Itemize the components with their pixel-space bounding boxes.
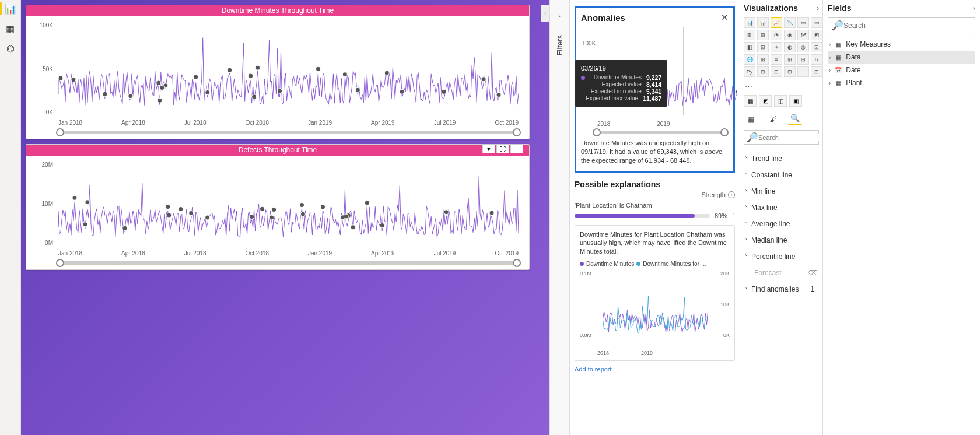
chevron-right-icon[interactable]: › xyxy=(817,4,819,12)
analytics-prop[interactable]: ˅Min line xyxy=(744,183,819,199)
svg-point-33 xyxy=(365,201,369,205)
viz-type-icon[interactable]: R xyxy=(811,54,822,65)
anomalies-plot[interactable]: 100K 03/26/19 Downtime Minutes9,227 Expe… xyxy=(581,25,729,118)
mini-plot: 0.1M0.0M 20K10K0K xyxy=(580,268,730,350)
viz-type-icon[interactable]: ◐ xyxy=(784,42,796,52)
viz-type-icon[interactable]: ⊟ xyxy=(757,30,769,40)
focus-icon[interactable]: ⛶ xyxy=(496,144,509,153)
chart-title: Defects Throughout Time xyxy=(26,145,529,156)
viz-type-icon[interactable]: Py xyxy=(744,66,755,77)
nav-model-icon[interactable]: ⌬ xyxy=(5,43,16,54)
analytics-prop-forecast: Forecast⌫ xyxy=(744,265,819,281)
viz-type-icon[interactable]: 📊 xyxy=(744,17,755,28)
viz-type-icon[interactable]: 🌐 xyxy=(744,54,755,65)
search-icon: 🔎 xyxy=(747,132,758,143)
svg-point-37 xyxy=(178,207,183,212)
viz-type-icon[interactable]: ⌯ xyxy=(797,66,809,77)
field-table[interactable]: ›▦Key Measures xyxy=(828,38,975,51)
analytics-prop-list: ˅Trend line˅Constant line˅Min line˅Max l… xyxy=(744,150,819,297)
viz-type-icon[interactable]: ◍ xyxy=(797,42,809,52)
analytics-prop[interactable]: ˅Percentile line xyxy=(744,248,819,265)
svg-point-44 xyxy=(167,213,172,218)
field-table[interactable]: ›▦Data xyxy=(828,51,975,64)
search-icon: 🔎 xyxy=(832,20,844,31)
viz-type-icon[interactable]: ◩ xyxy=(811,30,822,40)
analytics-prop[interactable]: ˅Constant line xyxy=(744,167,819,183)
svg-point-19 xyxy=(128,94,133,99)
viz-search[interactable]: 🔎 xyxy=(744,130,819,145)
time-slider[interactable] xyxy=(58,261,519,265)
field-table[interactable]: ›📅Date xyxy=(828,64,975,76)
fields-search[interactable]: 🔎 xyxy=(828,17,975,33)
add-to-report-link[interactable]: Add to report xyxy=(575,366,735,373)
anomalies-slider[interactable] xyxy=(595,131,726,134)
viz-type-icon[interactable]: ◉ xyxy=(784,30,796,40)
fields-search-input[interactable] xyxy=(844,22,971,30)
analytics-prop[interactable]: ˅Average line xyxy=(744,216,819,232)
svg-point-5 xyxy=(228,68,232,72)
collapse-filters-icon[interactable]: ‹ xyxy=(541,5,550,22)
viz-type-icon[interactable]: ⊡ xyxy=(757,42,769,52)
viz-type-icon[interactable]: 📉 xyxy=(784,17,796,28)
chart-plot xyxy=(58,23,519,114)
viz-type-icon[interactable]: ⌖ xyxy=(771,42,782,52)
svg-point-9 xyxy=(256,65,260,70)
viz-type-icon[interactable]: ⊡ xyxy=(784,66,796,77)
more-visuals-icon[interactable]: ⋯ xyxy=(745,82,819,90)
viz-type-icon[interactable]: ▭ xyxy=(797,17,809,28)
chevron-up-icon[interactable]: ˄ xyxy=(732,212,735,219)
viz-type-icon[interactable]: ⊞ xyxy=(797,54,809,65)
analytics-prop[interactable]: ˅Median line xyxy=(744,232,819,248)
chevron-right-icon[interactable]: › xyxy=(973,4,975,12)
field-table[interactable]: ›▦Plant xyxy=(828,76,975,89)
viz-type-icon[interactable]: ⊞ xyxy=(784,54,796,65)
analytics-prop[interactable]: ˅Trend line xyxy=(744,150,819,167)
svg-point-43 xyxy=(320,205,325,209)
viz-type-icon[interactable]: 🗺 xyxy=(797,30,809,40)
viz-type-icon[interactable]: ⊡ xyxy=(771,66,782,77)
svg-point-1 xyxy=(355,87,360,92)
svg-point-41 xyxy=(189,211,194,216)
close-icon[interactable]: ✕ xyxy=(721,12,729,23)
more-icon[interactable]: ⋯ xyxy=(510,144,523,153)
value-icon[interactable]: ▣ xyxy=(789,95,802,107)
explanation-text: Downtime Minutes for Plant Location Chat… xyxy=(580,230,730,257)
fields-tab-icon[interactable]: ▦ xyxy=(744,113,758,125)
viz-type-icon[interactable]: ≡ xyxy=(771,54,782,65)
viz-type-icon[interactable]: ⊡ xyxy=(811,66,822,77)
svg-point-34 xyxy=(270,215,274,220)
chart-card-defects[interactable]: ▼ ⛶ ⋯ Defects Throughout Time 20M10M0M J… xyxy=(26,144,530,270)
analytics-tab-icon[interactable]: 🔍 xyxy=(788,113,802,125)
value-icon[interactable]: ▦ xyxy=(744,95,757,107)
viz-type-icon[interactable]: ⊞ xyxy=(757,54,769,65)
svg-point-8 xyxy=(249,73,253,78)
viz-type-icon[interactable]: ⊡ xyxy=(811,42,822,52)
chart-card-downtime[interactable]: Downtime Minutes Throughout Time 100K50K… xyxy=(26,5,530,139)
analytics-prop-find-anomalies[interactable]: ˅Find anomalies1 xyxy=(744,281,819,297)
nav-report-icon[interactable]: 📊 xyxy=(5,3,16,14)
analytics-prop[interactable]: ˅Max line xyxy=(744,199,819,216)
svg-point-25 xyxy=(123,226,127,230)
filters-pane-collapsed[interactable]: ‹ Filters xyxy=(550,0,569,435)
viz-type-icon[interactable]: ◧ xyxy=(744,42,755,52)
value-icon[interactable]: ◫ xyxy=(774,95,787,107)
viz-type-icon[interactable]: ◔ xyxy=(771,30,782,40)
info-icon[interactable]: i xyxy=(728,191,735,198)
viz-type-icon[interactable]: ⊡ xyxy=(757,66,769,77)
svg-point-27 xyxy=(250,214,254,219)
explanation-title: 'Plant Location' is Chatham xyxy=(575,202,735,209)
nav-data-icon[interactable]: ▦ xyxy=(5,23,16,34)
viz-type-icon[interactable]: ⊞ xyxy=(744,30,755,40)
viz-type-icon[interactable]: 📊 xyxy=(757,17,769,28)
time-slider[interactable] xyxy=(58,131,519,134)
svg-point-35 xyxy=(380,223,384,228)
viz-type-icon[interactable]: ▭ xyxy=(811,17,822,28)
possible-explanations: Possible explanations Strength i 'Plant … xyxy=(575,180,735,373)
svg-point-15 xyxy=(442,89,446,94)
viz-type-icon[interactable]: 📈 xyxy=(771,17,782,28)
svg-point-7 xyxy=(160,86,164,90)
value-icon[interactable]: ◩ xyxy=(759,95,772,107)
svg-point-36 xyxy=(344,214,348,219)
format-tab-icon[interactable]: 🖌 xyxy=(766,113,780,125)
filter-icon[interactable]: ▼ xyxy=(482,144,495,153)
